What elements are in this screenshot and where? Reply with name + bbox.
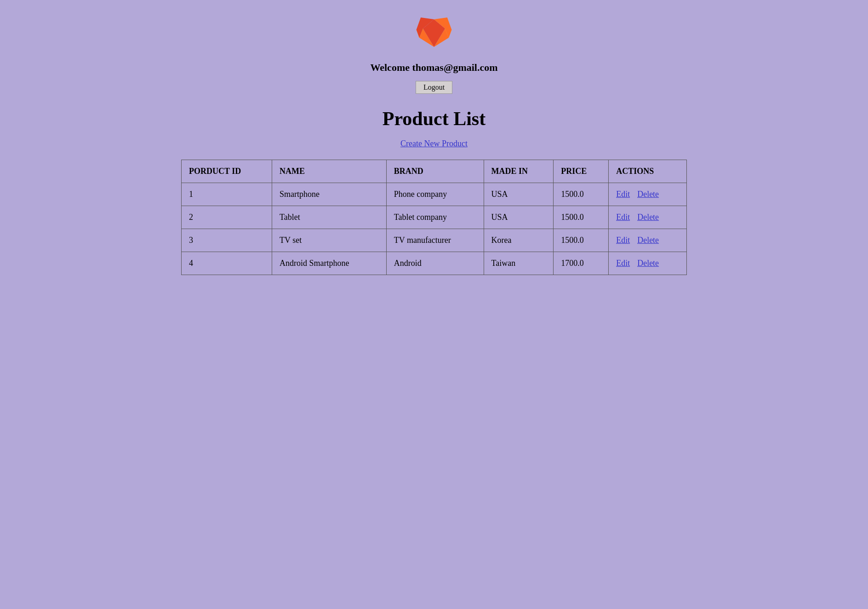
- cell-actions: EditDelete: [609, 183, 687, 206]
- cell-brand: Android: [386, 252, 484, 275]
- table-row: 1SmartphonePhone companyUSA1500.0EditDel…: [182, 183, 687, 206]
- logout-button[interactable]: Logout: [416, 81, 452, 94]
- cell-name: TV set: [272, 229, 387, 252]
- cell-made-in: USA: [484, 183, 554, 206]
- table-row: 2TabletTablet companyUSA1500.0EditDelete: [182, 206, 687, 229]
- edit-link[interactable]: Edit: [616, 190, 630, 199]
- cell-made-in: Taiwan: [484, 252, 554, 275]
- delete-link[interactable]: Delete: [637, 236, 659, 245]
- edit-link[interactable]: Edit: [616, 236, 630, 245]
- cell-product-id: 2: [182, 206, 272, 229]
- cell-product-id: 1: [182, 183, 272, 206]
- cell-price: 1500.0: [554, 229, 609, 252]
- cell-actions: EditDelete: [609, 252, 687, 275]
- cell-made-in: USA: [484, 206, 554, 229]
- cell-price: 1700.0: [554, 252, 609, 275]
- cell-brand: TV manufacturer: [386, 229, 484, 252]
- cell-price: 1500.0: [554, 183, 609, 206]
- cell-price: 1500.0: [554, 206, 609, 229]
- edit-link[interactable]: Edit: [616, 213, 630, 222]
- edit-link[interactable]: Edit: [616, 259, 630, 268]
- cell-product-id: 3: [182, 229, 272, 252]
- table-row: 4Android SmartphoneAndroidTaiwan1700.0Ed…: [182, 252, 687, 275]
- cell-name: Tablet: [272, 206, 387, 229]
- page-title: Product List: [383, 108, 485, 130]
- cell-name: Smartphone: [272, 183, 387, 206]
- col-header-actions: ACTIONS: [609, 160, 687, 183]
- logo: [416, 14, 452, 52]
- cell-name: Android Smartphone: [272, 252, 387, 275]
- cell-made-in: Korea: [484, 229, 554, 252]
- create-new-product-link[interactable]: Create New Product: [400, 139, 468, 149]
- cell-actions: EditDelete: [609, 229, 687, 252]
- welcome-message: Welcome thomas@gmail.com: [370, 62, 497, 74]
- cell-actions: EditDelete: [609, 206, 687, 229]
- table-header-row: PORDUCT ID NAME BRAND MADE IN PRICE ACTI…: [182, 160, 687, 183]
- col-header-made-in: MADE IN: [484, 160, 554, 183]
- gitlab-logo-icon: [416, 14, 452, 51]
- cell-brand: Tablet company: [386, 206, 484, 229]
- cell-product-id: 4: [182, 252, 272, 275]
- product-table-container: PORDUCT ID NAME BRAND MADE IN PRICE ACTI…: [181, 160, 687, 275]
- col-header-name: NAME: [272, 160, 387, 183]
- cell-brand: Phone company: [386, 183, 484, 206]
- table-row: 3TV setTV manufacturerKorea1500.0EditDel…: [182, 229, 687, 252]
- delete-link[interactable]: Delete: [637, 259, 659, 268]
- col-header-price: PRICE: [554, 160, 609, 183]
- col-header-product-id: PORDUCT ID: [182, 160, 272, 183]
- col-header-brand: BRAND: [386, 160, 484, 183]
- delete-link[interactable]: Delete: [637, 213, 659, 222]
- delete-link[interactable]: Delete: [637, 190, 659, 199]
- product-table: PORDUCT ID NAME BRAND MADE IN PRICE ACTI…: [181, 160, 687, 275]
